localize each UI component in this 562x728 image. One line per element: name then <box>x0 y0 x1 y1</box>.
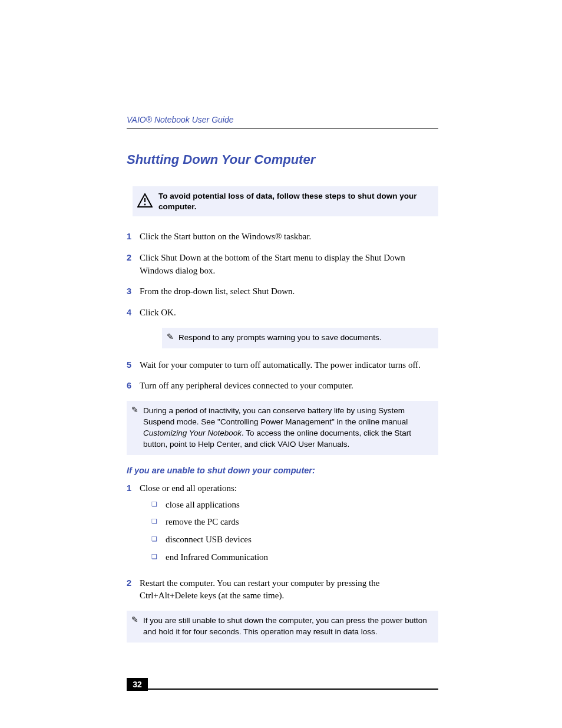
square-bullet-icon: ❏ <box>151 533 166 545</box>
sub-item-text: close all applications <box>166 499 240 512</box>
warning-callout: To avoid potential loss of data, follow … <box>133 186 438 216</box>
sub-item-text: remove the PC cards <box>166 516 239 529</box>
step-3: 3 From the drop-down list, select Shut D… <box>127 285 438 298</box>
footer-rule <box>148 689 438 690</box>
step-body: Close or end all operations: ❏ close all… <box>140 482 268 569</box>
step-text: Click Shut Down at the bottom of the Sta… <box>140 252 438 278</box>
note-respond-prompts: ✎ Respond to any prompts warning you to … <box>162 328 438 348</box>
step-4: 4 Click OK. <box>127 307 438 319</box>
step-text: Click OK. <box>140 307 176 319</box>
note-text: Respond to any prompts warning you to sa… <box>178 333 381 342</box>
sub-item-text: end Infrared Communication <box>166 551 268 564</box>
step-1: 1 Click the Start button on the Windows®… <box>127 230 438 243</box>
step-number: 3 <box>127 285 140 298</box>
svg-point-2 <box>144 203 146 205</box>
step-6: 6 Turn off any peripheral devices connec… <box>127 380 438 393</box>
step-2: 2 Click Shut Down at the bottom of the S… <box>127 252 438 278</box>
step-number: 2 <box>127 252 140 278</box>
page-number: 32 <box>127 678 148 691</box>
sub-item: ❏ disconnect USB devices <box>151 533 268 546</box>
unable-step-2: 2 Restart the computer. You can restart … <box>127 577 438 603</box>
sub-item: ❏ close all applications <box>151 499 268 512</box>
square-bullet-icon: ❏ <box>151 551 166 562</box>
note-text-a: During a period of inactivity, you can c… <box>143 406 408 426</box>
step-number: 1 <box>127 482 140 569</box>
step-number: 2 <box>127 577 140 603</box>
pencil-icon: ✎ <box>131 404 138 416</box>
step-text: Wait for your computer to turn off autom… <box>140 359 421 372</box>
note-suspend-mode: ✎ During a period of inactivity, you can… <box>127 401 438 455</box>
pencil-icon: ✎ <box>167 331 174 343</box>
step-text: From the drop-down list, select Shut Dow… <box>140 285 295 298</box>
warning-icon <box>137 193 158 210</box>
page-footer: 32 <box>127 678 438 714</box>
note-power-button: ✎ If you are still unable to shut down t… <box>127 611 438 643</box>
warning-text: To avoid potential loss of data, follow … <box>158 191 432 212</box>
square-bullet-icon: ❏ <box>151 516 166 527</box>
square-bullet-icon: ❏ <box>151 499 166 510</box>
guide-title: VAIO® Notebook User Guide <box>127 115 438 129</box>
step-text: Restart the computer. You can restart yo… <box>140 577 438 603</box>
note-text: If you are still unable to shut down the… <box>143 616 427 636</box>
page-heading: Shutting Down Your Computer <box>127 152 438 167</box>
unable-list: 1 Close or end all operations: ❏ close a… <box>127 482 438 602</box>
step-number: 6 <box>127 380 140 393</box>
step-number: 1 <box>127 230 140 243</box>
step-text: Click the Start button on the Windows® t… <box>140 230 311 243</box>
steps-list-continued: 5 Wait for your computer to turn off aut… <box>127 359 438 393</box>
page-content: VAIO® Notebook User Guide Shutting Down … <box>0 0 562 714</box>
pencil-icon: ✎ <box>131 614 138 626</box>
operations-sublist: ❏ close all applications ❏ remove the PC… <box>151 499 268 564</box>
step-text: Close or end all operations: <box>140 483 237 493</box>
sub-item: ❏ remove the PC cards <box>151 516 268 529</box>
step-text: Turn off any peripheral devices connecte… <box>140 380 353 393</box>
sub-item: ❏ end Infrared Communication <box>151 551 268 564</box>
steps-list: 1 Click the Start button on the Windows®… <box>127 230 438 319</box>
subheading-unable: If you are unable to shut down your comp… <box>127 466 438 475</box>
note-text-italic: Customizing Your Notebook <box>143 429 242 437</box>
unable-step-1: 1 Close or end all operations: ❏ close a… <box>127 482 438 569</box>
step-number: 4 <box>127 307 140 319</box>
step-5: 5 Wait for your computer to turn off aut… <box>127 359 438 372</box>
step-number: 5 <box>127 359 140 372</box>
sub-item-text: disconnect USB devices <box>166 533 252 546</box>
